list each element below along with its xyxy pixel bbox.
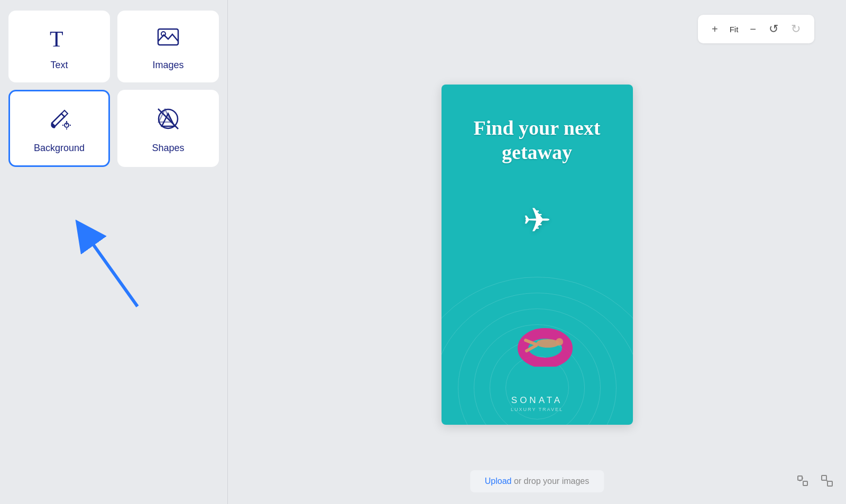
tool-background[interactable]: Background [8, 90, 110, 167]
resize-expand-button[interactable] [794, 472, 811, 492]
bottom-bar: Upload or drop your images [470, 470, 604, 492]
shapes-label: Shapes [152, 143, 184, 154]
bottom-right-icons [794, 472, 835, 492]
background-icon [47, 106, 72, 135]
canvas-card: Find your next getaway ✈ [442, 85, 633, 425]
svg-rect-17 [822, 475, 826, 480]
svg-text:T: T [50, 27, 63, 49]
upload-link[interactable]: Upload [485, 477, 512, 486]
shapes-icon [155, 106, 181, 135]
text-icon: T [48, 25, 71, 52]
undo-button[interactable]: ↺ [762, 20, 785, 38]
svg-point-10 [556, 338, 563, 346]
svg-rect-18 [827, 481, 832, 486]
svg-rect-13 [798, 476, 802, 480]
svg-rect-14 [803, 481, 807, 486]
fit-button[interactable]: Fit [724, 23, 744, 36]
background-label: Background [34, 143, 85, 154]
toolbar: + Fit − ↺ ↻ [698, 15, 814, 43]
tool-shapes[interactable]: Shapes [117, 90, 219, 167]
canvas-brand: SONATA LUXURY TRAVEL [442, 395, 633, 412]
images-icon [157, 25, 180, 52]
upload-text: or drop your images [511, 477, 589, 486]
upload-bar: Upload or drop your images [470, 470, 604, 492]
main-area: + Fit − ↺ ↻ Find your next getaway ✈ [228, 0, 846, 504]
zoom-out-button[interactable]: − [743, 21, 762, 38]
arrow-annotation [69, 206, 174, 312]
svg-point-9 [536, 339, 559, 348]
svg-line-7 [85, 232, 137, 306]
left-panel: T Text Images [0, 0, 227, 504]
redo-button[interactable]: ↻ [785, 20, 807, 38]
images-label: Images [152, 60, 183, 71]
resize-collapse-button[interactable] [819, 472, 835, 492]
zoom-in-button[interactable]: + [705, 21, 724, 38]
canvas-airplane-icon: ✈ [523, 201, 551, 240]
canvas-headline: Find your next getaway [442, 116, 633, 164]
text-label: Text [50, 60, 68, 71]
canvas-floatie [516, 319, 569, 361]
tool-text[interactable]: T Text [8, 11, 110, 82]
canvas-background: Find your next getaway ✈ [442, 85, 633, 425]
tool-images[interactable]: Images [117, 11, 219, 82]
svg-line-19 [826, 480, 827, 481]
